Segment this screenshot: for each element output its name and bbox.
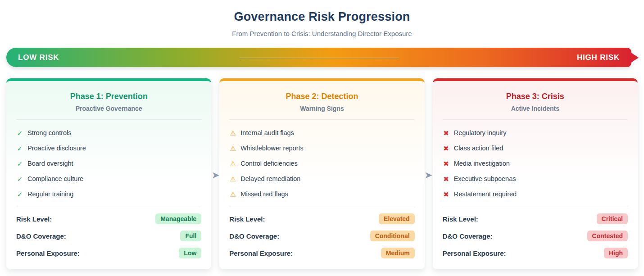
phase-title: Phase 2: Detection (229, 92, 414, 101)
warning-icon: ⚠ (229, 176, 236, 182)
check-icon: ✓ (16, 160, 23, 167)
list-item-label: Proactive disclosure (27, 145, 86, 152)
stats: Risk Level: Critical D&O Coverage: Conte… (443, 213, 628, 258)
divider (16, 119, 201, 120)
list-item: ⚠ Control deficiencies (229, 160, 414, 167)
status-badge: Conditional (370, 231, 415, 241)
list-item: ⚠ Internal audit flags (229, 129, 414, 136)
list-item-label: Whistleblower reports (240, 145, 303, 152)
list-item-label: Regulatory inquiry (454, 129, 507, 136)
status-badge: Elevated (379, 213, 415, 224)
status-badge: Critical (597, 213, 628, 224)
risk-gradient-bar: LOW RISK HIGH RISK (6, 48, 631, 67)
stat-label: D&O Coverage: (229, 232, 279, 240)
list-item: ✖ Regulatory inquiry (443, 129, 628, 136)
stats: Risk Level: Elevated D&O Coverage: Condi… (229, 213, 414, 258)
warning-icon: ⚠ (229, 145, 236, 152)
list-item-label: Compliance culture (27, 175, 83, 182)
list-item: ⚠ Missed red flags (229, 190, 414, 198)
cross-icon: ✖ (443, 130, 450, 136)
warning-icon: ⚠ (229, 191, 236, 198)
stat-row: Risk Level: Elevated (229, 213, 414, 224)
list-item: ✓ Board oversight (16, 160, 201, 167)
stat-row: D&O Coverage: Contested (443, 231, 628, 241)
phase-card-detection: Phase 2: Detection Warning Signs ⚠ Inter… (219, 78, 424, 269)
status-badge: Medium (381, 248, 415, 258)
stat-label: Risk Level: (443, 215, 478, 223)
list-item-label: Control deficiencies (240, 160, 298, 167)
list-item-label: Missed red flags (240, 190, 288, 198)
status-badge: High (604, 248, 628, 258)
phase-card-prevention: Phase 1: Prevention Proactive Governance… (6, 78, 211, 269)
list-item-label: Class action filed (454, 145, 503, 152)
list-item: ⚠ Delayed remediation (229, 175, 414, 182)
stat-label: Personal Exposure: (16, 249, 80, 257)
flow-arrow-icon: ➤ (424, 170, 432, 180)
list-item: ✓ Proactive disclosure (16, 145, 201, 152)
phase-title: Phase 3: Crisis (443, 92, 628, 101)
list-item: ✖ Executive subpoenas (443, 175, 628, 182)
item-list: ✓ Strong controls ✓ Proactive disclosure… (16, 129, 201, 198)
list-item-label: Executive subpoenas (454, 175, 516, 182)
stats: Risk Level: Manageable D&O Coverage: Ful… (16, 213, 201, 258)
risk-bar-divider-line (240, 58, 399, 58)
stat-label: Personal Exposure: (229, 249, 293, 257)
list-item-label: Regular training (27, 190, 73, 198)
stat-row: D&O Coverage: Conditional (229, 231, 414, 241)
divider (443, 207, 628, 207)
divider (443, 119, 628, 120)
status-badge: Manageable (155, 213, 201, 224)
check-icon: ✓ (16, 145, 23, 152)
divider (229, 119, 414, 120)
list-item: ⚠ Whistleblower reports (229, 145, 414, 152)
stat-row: Personal Exposure: Medium (229, 248, 414, 258)
list-item-label: Media investigation (454, 160, 510, 167)
check-icon: ✓ (16, 130, 23, 136)
list-item-label: Delayed remediation (240, 175, 300, 182)
stat-row: Personal Exposure: Low (16, 248, 201, 258)
page-header: Governance Risk Progression From Prevent… (0, 0, 644, 37)
warning-icon: ⚠ (229, 130, 236, 136)
list-item: ✓ Strong controls (16, 129, 201, 136)
stat-row: Risk Level: Critical (443, 213, 628, 224)
flow-arrow-icon: ➤ (212, 170, 220, 180)
stat-row: Personal Exposure: High (443, 248, 628, 258)
status-badge: Low (179, 248, 201, 258)
phase-cards-container: Phase 1: Prevention Proactive Governance… (6, 78, 638, 269)
stat-label: D&O Coverage: (443, 232, 493, 240)
stat-row: D&O Coverage: Full (16, 231, 201, 241)
high-risk-label: HIGH RISK (577, 53, 620, 62)
stat-label: Risk Level: (229, 215, 265, 223)
divider (229, 207, 414, 207)
stat-label: Risk Level: (16, 215, 52, 223)
stat-label: Personal Exposure: (443, 249, 506, 257)
list-item: ✓ Regular training (16, 190, 201, 198)
list-item-label: Restatement required (454, 190, 517, 198)
list-item-label: Internal audit flags (240, 129, 294, 136)
cross-icon: ✖ (443, 176, 450, 182)
divider (16, 207, 201, 207)
phase-card-crisis: Phase 3: Crisis Active Incidents ✖ Regul… (433, 78, 638, 269)
low-risk-label: LOW RISK (18, 53, 59, 62)
warning-icon: ⚠ (229, 160, 236, 167)
cross-icon: ✖ (443, 191, 450, 198)
stat-row: Risk Level: Manageable (16, 213, 201, 224)
list-item: ✓ Compliance culture (16, 175, 201, 182)
phase-title: Phase 1: Prevention (16, 92, 201, 101)
cross-icon: ✖ (443, 145, 450, 152)
list-item-label: Strong controls (27, 129, 72, 136)
list-item: ✖ Media investigation (443, 160, 628, 167)
page-subtitle: From Prevention to Crisis: Understanding… (0, 30, 644, 37)
stat-label: D&O Coverage: (16, 232, 66, 240)
page-title: Governance Risk Progression (0, 10, 644, 24)
status-badge: Full (180, 231, 201, 241)
status-badge: Contested (587, 231, 628, 241)
cross-icon: ✖ (443, 160, 450, 167)
item-list: ⚠ Internal audit flags ⚠ Whistleblower r… (229, 129, 414, 198)
phase-subtitle: Proactive Governance (16, 105, 201, 112)
risk-gradient-bar-wrap: LOW RISK HIGH RISK (6, 48, 631, 67)
item-list: ✖ Regulatory inquiry ✖ Class action file… (443, 129, 628, 198)
check-icon: ✓ (16, 176, 23, 182)
phase-subtitle: Warning Signs (229, 105, 414, 112)
phase-subtitle: Active Incidents (443, 105, 628, 112)
